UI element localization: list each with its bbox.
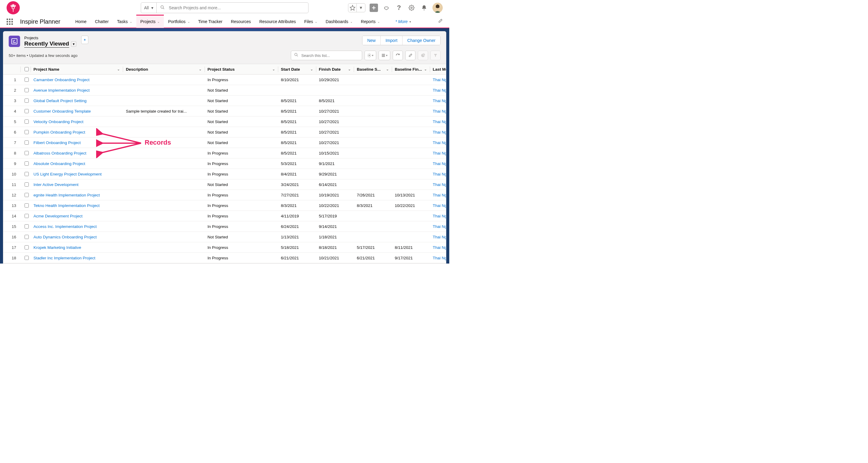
row-checkbox[interactable] xyxy=(25,120,29,124)
last-modified-link[interactable]: Thai Nguyen xyxy=(433,224,446,229)
project-name-link[interactable]: Avenue Implementation Project xyxy=(34,88,90,93)
project-name-link[interactable]: Kropek Marketing Initiative xyxy=(34,245,81,250)
nav-more[interactable]: * More ▾ xyxy=(391,19,415,24)
nav-item-portfolios[interactable]: Portfolios⌄ xyxy=(164,15,194,28)
nav-item-files[interactable]: Files⌄ xyxy=(300,15,322,28)
project-name-link[interactable]: egnite Health Implementation Project xyxy=(34,193,100,197)
row-checkbox[interactable] xyxy=(25,214,29,218)
app-launcher-icon[interactable] xyxy=(7,19,13,25)
salesforce-help-icon[interactable] xyxy=(382,4,391,12)
list-settings-button[interactable]: ▾ xyxy=(365,51,376,60)
select-all-header[interactable] xyxy=(20,64,31,74)
settings-icon[interactable] xyxy=(407,4,416,12)
row-checkbox[interactable] xyxy=(25,235,29,239)
col-finish[interactable]: Finish Date⌄ xyxy=(316,64,354,74)
import-button[interactable]: Import xyxy=(380,36,402,45)
row-checkbox[interactable] xyxy=(25,203,29,208)
row-checkbox[interactable] xyxy=(25,224,29,228)
global-search-input[interactable] xyxy=(168,5,305,10)
favorite-button[interactable] xyxy=(348,4,357,12)
nav-item-tasks[interactable]: Tasks⌄ xyxy=(113,15,136,28)
edit-list-button[interactable] xyxy=(405,51,415,60)
last-modified-link[interactable]: Thai Nguyen xyxy=(433,88,446,93)
nav-item-chatter[interactable]: Chatter xyxy=(91,15,113,28)
last-modified-link[interactable]: Thai Nguyen xyxy=(433,245,446,250)
last-modified-link[interactable]: Thai Nguyen xyxy=(433,120,446,124)
row-checkbox[interactable] xyxy=(25,182,29,187)
project-name-link[interactable]: Auto Dynamics Onboarding Project xyxy=(34,235,97,239)
project-name-link[interactable]: Acme Development Project xyxy=(34,214,83,218)
project-name-link[interactable]: Pumpkin Onboarding Project xyxy=(34,130,85,134)
nav-item-reports[interactable]: Reports⌄ xyxy=(357,15,384,28)
select-all-checkbox[interactable] xyxy=(25,67,29,71)
last-modified-link[interactable]: Thai Nguyen xyxy=(433,235,446,239)
nav-item-resources[interactable]: Resources xyxy=(227,15,255,28)
new-button[interactable]: New xyxy=(363,36,380,45)
refresh-button[interactable] xyxy=(393,51,403,60)
brand-logo[interactable] xyxy=(7,1,20,14)
add-button[interactable] xyxy=(370,4,378,12)
filter-button[interactable] xyxy=(430,51,441,60)
row-checkbox[interactable] xyxy=(25,88,29,92)
project-name-link[interactable]: Velocity Onboarding Project xyxy=(34,120,84,124)
chart-button[interactable] xyxy=(418,51,428,60)
last-modified-link[interactable]: Thai Nguyen xyxy=(433,78,446,82)
nav-item-dashboards[interactable]: Dashboards⌄ xyxy=(321,15,357,28)
row-checkbox[interactable] xyxy=(25,98,29,103)
col-baseline-start[interactable]: Baseline S...⌄ xyxy=(354,64,392,74)
last-modified-link[interactable]: Thai Nguyen xyxy=(433,172,446,176)
row-checkbox[interactable] xyxy=(25,256,29,260)
last-modified-link[interactable]: Thai Nguyen xyxy=(433,98,446,103)
list-search-input[interactable] xyxy=(301,53,359,58)
last-modified-link[interactable]: Thai Nguyen xyxy=(433,109,446,114)
notifications-icon[interactable] xyxy=(420,4,428,12)
row-checkbox[interactable] xyxy=(25,130,29,134)
project-name-link[interactable]: Absolute Onboarding Project xyxy=(34,161,85,166)
project-name-link[interactable]: Tekno Health Implementation Project xyxy=(34,203,100,208)
last-modified-link[interactable]: Thai Nguyen xyxy=(433,161,446,166)
change-owner-button[interactable]: Change Owner xyxy=(402,36,440,45)
col-start[interactable]: Start Date⌄ xyxy=(278,64,316,74)
last-modified-link[interactable]: Thai Nguyen xyxy=(433,141,446,145)
project-name-link[interactable]: Access Inc. Implementation Project xyxy=(34,224,97,229)
nav-item-projects[interactable]: Projects⌄ xyxy=(136,15,164,28)
search-scope-picker[interactable]: All ▾ xyxy=(141,3,157,13)
last-modified-link[interactable]: Thai Nguyen xyxy=(433,256,446,260)
pin-list-button[interactable] xyxy=(81,36,88,44)
nav-item-time-tracker[interactable]: Time Tracker xyxy=(194,15,227,28)
list-view-picker[interactable]: Recently Viewed ▾ xyxy=(24,40,76,48)
col-project-name[interactable]: Project Name⌄ xyxy=(31,64,123,74)
nav-item-home[interactable]: Home xyxy=(71,15,91,28)
row-checkbox[interactable] xyxy=(25,78,29,82)
project-name-link[interactable]: Albatross Onboarding Project xyxy=(34,151,86,155)
favorites-menu-button[interactable]: ▾ xyxy=(357,4,365,12)
row-checkbox[interactable] xyxy=(25,245,29,249)
last-modified-link[interactable]: Thai Nguyen xyxy=(433,214,446,218)
col-status[interactable]: Project Status⌄ xyxy=(205,64,278,74)
last-modified-link[interactable]: Thai Nguyen xyxy=(433,130,446,134)
row-checkbox[interactable] xyxy=(25,172,29,176)
row-checkbox[interactable] xyxy=(25,193,29,197)
project-name-link[interactable]: Customer Onboarding Template xyxy=(34,109,91,114)
project-name-link[interactable]: Camamber Onboarding Project xyxy=(34,78,90,82)
project-name-link[interactable]: Global Default Project Setting xyxy=(34,98,87,103)
project-name-link[interactable]: US Light Energy Project Development xyxy=(34,172,101,176)
row-checkbox[interactable] xyxy=(25,109,29,113)
col-description[interactable]: Description⌄ xyxy=(123,64,205,74)
col-last-modified[interactable]: Last Modifie xyxy=(430,64,446,74)
edit-nav-icon[interactable] xyxy=(438,19,443,25)
row-checkbox[interactable] xyxy=(25,151,29,155)
row-checkbox[interactable] xyxy=(25,141,29,145)
display-mode-button[interactable]: ▾ xyxy=(379,51,390,60)
row-checkbox[interactable] xyxy=(25,161,29,165)
project-name-link[interactable]: Inter Active Development xyxy=(34,182,79,187)
project-name-link[interactable]: Stadler Inc Implementation Project xyxy=(34,256,95,260)
last-modified-link[interactable]: Thai Nguyen xyxy=(433,151,446,155)
last-modified-link[interactable]: Thai Nguyen xyxy=(433,182,446,187)
user-avatar[interactable] xyxy=(433,3,443,13)
project-name-link[interactable]: Filbert Onboarding Project xyxy=(34,141,81,145)
col-baseline-finish[interactable]: Baseline Fin...⌄ xyxy=(392,64,430,74)
last-modified-link[interactable]: Thai Nguyen xyxy=(433,193,446,197)
nav-item-resource-attributes[interactable]: Resource Attributes xyxy=(255,15,300,28)
help-icon[interactable]: ? xyxy=(395,4,403,12)
